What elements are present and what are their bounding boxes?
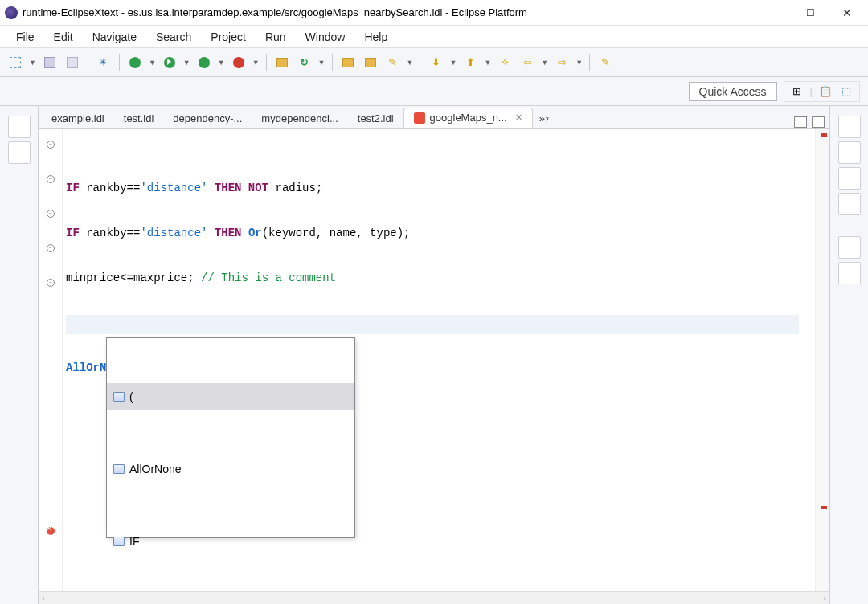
titlebar: runtime-EclipseXtext - es.us.isa.interpa…: [0, 0, 868, 26]
tab-mydependenci[interactable]: mydependenci...: [252, 109, 347, 128]
tab-overflow[interactable]: »₇: [533, 109, 555, 128]
menu-search[interactable]: Search: [148, 27, 199, 47]
error-marker[interactable]: [47, 527, 55, 535]
forward-button[interactable]: ⇨: [553, 54, 571, 71]
editor-tabs: example.idl test.idl dependency-... myde…: [39, 106, 829, 129]
content-assist-popup: ( AllOrNone IF OnlyOne Or ZeroOrOne: [106, 337, 355, 538]
perspective-switcher[interactable]: ⊞ | 📋 ⬚: [784, 81, 860, 102]
menu-run[interactable]: Run: [257, 27, 294, 47]
maximize-editor-icon[interactable]: [812, 116, 825, 128]
prev-annotation-button[interactable]: ⬇: [427, 54, 444, 71]
next-annotation-button[interactable]: ⬆: [461, 54, 479, 71]
code-body[interactable]: IF rankby=='distance' THEN NOT radius; I…: [63, 129, 815, 591]
window-title: runtime-EclipseXtext - es.us.isa.interpa…: [23, 6, 762, 18]
minimize-editor-icon[interactable]: [794, 116, 807, 128]
new-package-button[interactable]: [273, 54, 291, 71]
assist-item-paren[interactable]: (: [107, 383, 354, 410]
menu-navigate[interactable]: Navigate: [84, 27, 145, 47]
search-button[interactable]: ✎: [384, 54, 402, 71]
current-line-highlight: [66, 315, 799, 334]
assist-item-if[interactable]: IF: [107, 528, 354, 555]
code-editor[interactable]: − − − − − IF rankby=='distance' THEN NOT…: [39, 129, 829, 591]
properties-view-icon[interactable]: [838, 236, 861, 259]
pin-editor-button[interactable]: ✎: [596, 54, 614, 71]
tab-test2[interactable]: test2.idl: [348, 109, 403, 128]
cheat-sheets-icon[interactable]: [838, 167, 861, 190]
menu-window[interactable]: Window: [297, 27, 354, 47]
code: IF: [66, 182, 80, 194]
toolbar: ▼ ✴ ▼ ▼ ▼ ▼ ↻▼ ✎▼ ⬇▼ ⬆▼ ✧ ⇦▼ ⇨▼ ✎: [0, 48, 868, 77]
save-button[interactable]: [41, 54, 59, 71]
outline-view-icon[interactable]: [838, 116, 861, 138]
outline-min-icon[interactable]: [8, 141, 31, 164]
menu-file[interactable]: File: [8, 27, 43, 47]
file-icon: [414, 112, 425, 124]
template-icon: [113, 392, 125, 402]
maximize-button[interactable]: ☐: [799, 5, 821, 21]
window-buttons: — ☐ ✕: [762, 5, 863, 21]
coverage-button[interactable]: [195, 54, 213, 71]
scroll-right-icon[interactable]: ›: [824, 594, 826, 602]
open-task-button[interactable]: [362, 54, 379, 71]
refresh-button[interactable]: ↻: [296, 54, 313, 71]
menu-project[interactable]: Project: [203, 27, 254, 47]
toggle-breakpoint-button[interactable]: ✴: [95, 54, 113, 71]
problems-view-icon[interactable]: [838, 262, 861, 284]
fold-marker[interactable]: −: [47, 244, 55, 252]
fold-marker[interactable]: −: [47, 175, 55, 183]
editor-area: example.idl test.idl dependency-... myde…: [39, 106, 829, 604]
open-perspective-icon[interactable]: ⊞: [789, 84, 805, 100]
open-type-button[interactable]: [339, 54, 357, 71]
fold-marker[interactable]: −: [47, 210, 55, 218]
left-trim: [0, 106, 39, 604]
resource-perspective-icon[interactable]: 📋: [817, 84, 833, 100]
project-explorer-min-icon[interactable]: [8, 116, 31, 138]
assist-item-allornone[interactable]: AllOrNone: [107, 455, 354, 483]
menu-help[interactable]: Help: [356, 27, 395, 47]
tab-googlemaps[interactable]: googleMaps_n... ✕: [403, 108, 533, 128]
main-area: example.idl test.idl dependency-... myde…: [0, 106, 868, 604]
fold-marker[interactable]: −: [47, 141, 55, 149]
save-all-button[interactable]: [63, 54, 81, 71]
last-edit-button[interactable]: ✧: [496, 54, 514, 71]
run-button[interactable]: [161, 54, 178, 71]
error-mark[interactable]: [821, 133, 827, 137]
fold-gutter: − − − − −: [39, 129, 63, 591]
close-button[interactable]: ✕: [836, 5, 858, 21]
tab-googlemaps-label: googleMaps_n...: [430, 112, 507, 124]
tab-close-icon[interactable]: ✕: [515, 112, 522, 123]
external-tools-button[interactable]: [230, 54, 248, 71]
help-view-icon[interactable]: [838, 193, 861, 215]
back-button[interactable]: ⇦: [518, 54, 536, 71]
tab-test[interactable]: test.idl: [114, 109, 164, 128]
task-list-icon[interactable]: [838, 141, 861, 164]
quick-access-input[interactable]: Quick Access: [689, 82, 777, 101]
debug-button[interactable]: [126, 54, 144, 71]
eclipse-icon: [5, 6, 18, 19]
menubar: File Edit Navigate Search Project Run Wi…: [0, 26, 868, 48]
template-icon: [113, 537, 125, 546]
overview-ruler[interactable]: [815, 129, 829, 591]
right-trim: [829, 106, 868, 604]
error-mark[interactable]: [821, 506, 827, 509]
minimize-button[interactable]: —: [762, 5, 784, 21]
menu-edit[interactable]: Edit: [46, 27, 81, 47]
scroll-left-icon[interactable]: ‹: [42, 594, 44, 602]
quick-access-row: Quick Access ⊞ | 📋 ⬚: [0, 77, 868, 106]
java-perspective-icon[interactable]: ⬚: [838, 84, 854, 100]
horizontal-scrollbar[interactable]: ‹ ›: [39, 591, 829, 604]
new-button[interactable]: [6, 54, 24, 71]
tab-dependency[interactable]: dependency-...: [163, 109, 252, 128]
tab-example[interactable]: example.idl: [42, 109, 114, 128]
template-icon: [113, 464, 125, 474]
fold-marker[interactable]: −: [47, 279, 55, 287]
